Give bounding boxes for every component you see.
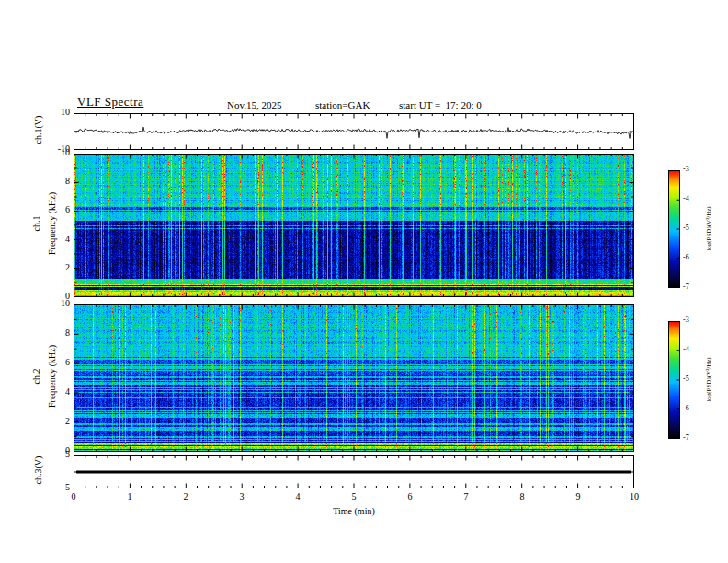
colorbar2-tick-label: -3 bbox=[683, 316, 700, 324]
colorbar2-tick-label: -7 bbox=[683, 434, 700, 442]
ch1-spectrogram-canvas bbox=[74, 154, 634, 297]
spec1-ytick-label: 4 bbox=[53, 235, 70, 244]
spec1-channel-label: ch.1 bbox=[32, 168, 41, 279]
ch2-spectrogram-canvas bbox=[74, 304, 634, 452]
plot-title: VLF Spectra bbox=[77, 96, 143, 108]
spec2-frequency-label: Frequency (kHz) bbox=[48, 321, 57, 431]
spec2-ytick-label: 4 bbox=[53, 387, 70, 396]
ch3-waveform-axis-label: ch.3(V) bbox=[34, 415, 43, 525]
time-tick-label: 4 bbox=[289, 492, 307, 501]
time-axis-label: Time (min) bbox=[308, 507, 400, 516]
spec2-ytick-label: 8 bbox=[53, 328, 70, 338]
station-label: station=GAK bbox=[315, 100, 370, 110]
spec1-ytick-label: 8 bbox=[53, 177, 70, 186]
spec2-ytick-label: 10 bbox=[53, 299, 70, 308]
date-label: Nov.15, 2025 bbox=[227, 100, 281, 110]
spec2-ytick-label: 2 bbox=[53, 417, 70, 426]
spec1-ytick-label: 2 bbox=[53, 263, 70, 272]
ch1-waveform-canvas bbox=[74, 113, 634, 150]
ch3-waveform-canvas bbox=[74, 455, 634, 488]
time-tick-label: 0 bbox=[64, 492, 83, 501]
spec2-ytick-label: 6 bbox=[53, 358, 70, 367]
colorbar1-tick-label: -6 bbox=[683, 254, 700, 261]
colorbar1-unit-label: log(PSD)(V²/Hz) bbox=[706, 169, 712, 289]
colorbar2-tick-label: -6 bbox=[683, 405, 700, 412]
colorbar1-tick-label: -3 bbox=[683, 166, 700, 173]
time-tick-label: 1 bbox=[120, 492, 139, 501]
time-tick-label: 9 bbox=[569, 492, 587, 501]
colorbar1-tick-label: -7 bbox=[683, 283, 700, 291]
start-ut-label: start UT = 17: 20: 0 bbox=[399, 100, 482, 110]
spec1-ytick-label: 10 bbox=[53, 148, 70, 157]
time-tick-label: 7 bbox=[457, 492, 475, 501]
ch1-ytick-top: 10 bbox=[51, 108, 70, 117]
colorbar1-tick-label: -4 bbox=[683, 195, 700, 202]
colorbar2-tick-label: -4 bbox=[683, 346, 700, 353]
ch3-ytick-bottom: -5 bbox=[50, 483, 70, 492]
time-tick-label: 8 bbox=[513, 492, 531, 501]
colorbar2-canvas bbox=[668, 321, 680, 439]
time-tick-label: 2 bbox=[176, 492, 195, 501]
colorbar1-canvas bbox=[668, 170, 680, 288]
spec2-ytick-label: 0 bbox=[53, 446, 70, 455]
time-tick-label: 3 bbox=[233, 492, 251, 501]
time-tick-label: 6 bbox=[401, 492, 419, 501]
time-tick-label: 5 bbox=[345, 492, 363, 501]
colorbar2-unit-label: log(PSD)(V²/Hz) bbox=[706, 320, 712, 440]
time-tick-label: 10 bbox=[625, 492, 643, 501]
spec1-ytick-label: 6 bbox=[53, 205, 70, 214]
colorbar2-tick-label: -5 bbox=[683, 375, 700, 383]
colorbar1-tick-label: -5 bbox=[683, 224, 700, 232]
vlf-spectra-plot: VLF Spectra Nov.15, 2025 station=GAK sta… bbox=[0, 0, 728, 563]
